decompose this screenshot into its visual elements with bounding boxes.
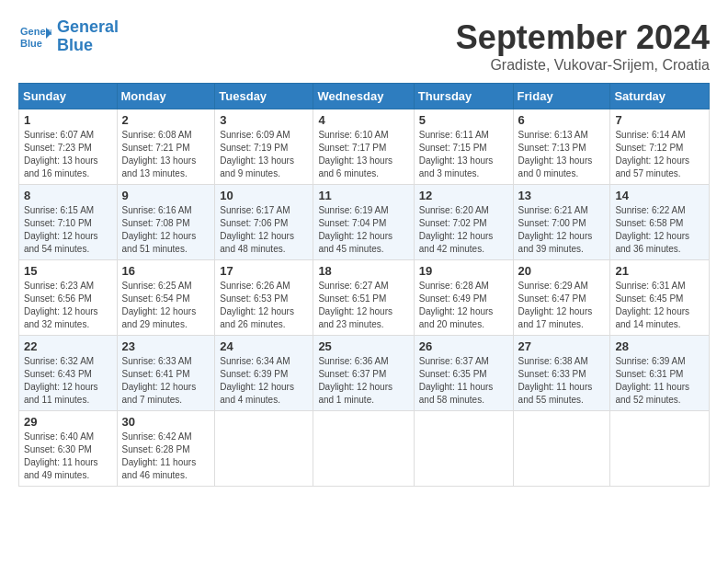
calendar-cell: 28Sunrise: 6:39 AM Sunset: 6:31 PM Dayli…: [610, 336, 710, 411]
day-number: 12: [419, 189, 508, 202]
day-info: Sunrise: 6:32 AM Sunset: 6:43 PM Dayligh…: [24, 355, 112, 407]
calendar-week-row: 15Sunrise: 6:23 AM Sunset: 6:56 PM Dayli…: [19, 260, 710, 336]
day-info: Sunrise: 6:23 AM Sunset: 6:56 PM Dayligh…: [24, 280, 112, 331]
calendar-cell: [313, 411, 414, 487]
calendar-week-row: 1Sunrise: 6:07 AM Sunset: 7:23 PM Daylig…: [19, 109, 710, 185]
day-info: Sunrise: 6:13 AM Sunset: 7:13 PM Dayligh…: [518, 129, 606, 180]
day-info: Sunrise: 6:28 AM Sunset: 6:49 PM Dayligh…: [419, 280, 508, 331]
day-number: 15: [24, 264, 112, 278]
day-number: 28: [615, 339, 704, 353]
day-number: 20: [518, 264, 606, 278]
day-info: Sunrise: 6:17 AM Sunset: 7:06 PM Dayligh…: [220, 204, 308, 256]
day-number: 29: [24, 415, 112, 429]
calendar-cell: 5Sunrise: 6:11 AM Sunset: 7:15 PM Daylig…: [414, 109, 513, 185]
calendar-cell: 13Sunrise: 6:21 AM Sunset: 7:00 PM Dayli…: [513, 185, 610, 260]
day-number: 10: [220, 189, 308, 202]
day-info: Sunrise: 6:15 AM Sunset: 7:10 PM Dayligh…: [24, 204, 112, 256]
weekday-header-sunday: Sunday: [19, 84, 118, 109]
day-info: Sunrise: 6:09 AM Sunset: 7:19 PM Dayligh…: [220, 129, 308, 180]
weekday-header-friday: Friday: [513, 84, 610, 109]
day-info: Sunrise: 6:14 AM Sunset: 7:12 PM Dayligh…: [615, 129, 704, 180]
day-info: Sunrise: 6:16 AM Sunset: 7:08 PM Dayligh…: [122, 204, 210, 256]
day-number: 21: [615, 264, 704, 278]
logo-icon: General Blue: [18, 20, 51, 53]
day-info: Sunrise: 6:27 AM Sunset: 6:51 PM Dayligh…: [318, 280, 408, 331]
title-area: September 2024 Gradiste, Vukovar-Srijem,…: [456, 18, 710, 74]
day-number: 24: [220, 339, 308, 353]
calendar-cell: 17Sunrise: 6:26 AM Sunset: 6:53 PM Dayli…: [215, 260, 313, 336]
page-header: General Blue GeneralBlue September 2024 …: [18, 18, 710, 74]
calendar-cell: 21Sunrise: 6:31 AM Sunset: 6:45 PM Dayli…: [610, 260, 710, 336]
calendar-cell: [610, 411, 710, 487]
calendar-cell: 3Sunrise: 6:09 AM Sunset: 7:19 PM Daylig…: [215, 109, 313, 185]
day-info: Sunrise: 6:08 AM Sunset: 7:21 PM Dayligh…: [122, 129, 210, 180]
calendar-cell: 29Sunrise: 6:40 AM Sunset: 6:30 PM Dayli…: [19, 411, 118, 487]
day-info: Sunrise: 6:19 AM Sunset: 7:04 PM Dayligh…: [318, 204, 408, 256]
day-number: 2: [122, 113, 210, 127]
calendar-cell: 30Sunrise: 6:42 AM Sunset: 6:28 PM Dayli…: [117, 411, 215, 487]
day-info: Sunrise: 6:38 AM Sunset: 6:33 PM Dayligh…: [518, 355, 606, 407]
day-number: 4: [318, 113, 408, 127]
weekday-header-saturday: Saturday: [610, 84, 710, 109]
day-number: 25: [318, 339, 408, 353]
day-number: 3: [220, 113, 308, 127]
day-number: 6: [518, 113, 606, 127]
day-number: 18: [318, 264, 408, 278]
day-info: Sunrise: 6:39 AM Sunset: 6:31 PM Dayligh…: [615, 355, 704, 407]
calendar-cell: 11Sunrise: 6:19 AM Sunset: 7:04 PM Dayli…: [313, 185, 414, 260]
calendar-cell: 25Sunrise: 6:36 AM Sunset: 6:37 PM Dayli…: [313, 336, 414, 411]
calendar-cell: [513, 411, 610, 487]
day-number: 16: [122, 264, 210, 278]
calendar-cell: 18Sunrise: 6:27 AM Sunset: 6:51 PM Dayli…: [313, 260, 414, 336]
day-info: Sunrise: 6:07 AM Sunset: 7:23 PM Dayligh…: [24, 129, 112, 180]
day-info: Sunrise: 6:21 AM Sunset: 7:00 PM Dayligh…: [518, 204, 606, 256]
day-info: Sunrise: 6:31 AM Sunset: 6:45 PM Dayligh…: [615, 280, 704, 331]
calendar-week-row: 8Sunrise: 6:15 AM Sunset: 7:10 PM Daylig…: [19, 185, 710, 260]
day-number: 22: [24, 339, 112, 353]
calendar-cell: 23Sunrise: 6:33 AM Sunset: 6:41 PM Dayli…: [117, 336, 215, 411]
day-number: 27: [518, 339, 606, 353]
calendar-cell: 19Sunrise: 6:28 AM Sunset: 6:49 PM Dayli…: [414, 260, 513, 336]
svg-text:Blue: Blue: [20, 38, 42, 49]
calendar-cell: 24Sunrise: 6:34 AM Sunset: 6:39 PM Dayli…: [215, 336, 313, 411]
calendar-table: SundayMondayTuesdayWednesdayThursdayFrid…: [18, 83, 710, 487]
day-number: 23: [122, 339, 210, 353]
calendar-cell: 15Sunrise: 6:23 AM Sunset: 6:56 PM Dayli…: [19, 260, 118, 336]
day-number: 13: [518, 189, 606, 202]
day-info: Sunrise: 6:33 AM Sunset: 6:41 PM Dayligh…: [122, 355, 210, 407]
calendar-cell: 16Sunrise: 6:25 AM Sunset: 6:54 PM Dayli…: [117, 260, 215, 336]
day-number: 1: [24, 113, 112, 127]
weekday-header-monday: Monday: [117, 84, 215, 109]
day-info: Sunrise: 6:11 AM Sunset: 7:15 PM Dayligh…: [419, 129, 508, 180]
calendar-cell: 6Sunrise: 6:13 AM Sunset: 7:13 PM Daylig…: [513, 109, 610, 185]
calendar-cell: [215, 411, 313, 487]
calendar-week-row: 29Sunrise: 6:40 AM Sunset: 6:30 PM Dayli…: [19, 411, 710, 487]
calendar-cell: [414, 411, 513, 487]
day-info: Sunrise: 6:26 AM Sunset: 6:53 PM Dayligh…: [220, 280, 308, 331]
calendar-cell: 22Sunrise: 6:32 AM Sunset: 6:43 PM Dayli…: [19, 336, 118, 411]
day-info: Sunrise: 6:34 AM Sunset: 6:39 PM Dayligh…: [220, 355, 308, 407]
calendar-cell: 7Sunrise: 6:14 AM Sunset: 7:12 PM Daylig…: [610, 109, 710, 185]
day-number: 11: [318, 189, 408, 202]
calendar-cell: 1Sunrise: 6:07 AM Sunset: 7:23 PM Daylig…: [19, 109, 118, 185]
calendar-cell: 10Sunrise: 6:17 AM Sunset: 7:06 PM Dayli…: [215, 185, 313, 260]
day-info: Sunrise: 6:10 AM Sunset: 7:17 PM Dayligh…: [318, 129, 408, 180]
day-number: 14: [615, 189, 704, 202]
day-number: 17: [220, 264, 308, 278]
day-info: Sunrise: 6:36 AM Sunset: 6:37 PM Dayligh…: [318, 355, 408, 407]
weekday-header-thursday: Thursday: [414, 84, 513, 109]
day-number: 19: [419, 264, 508, 278]
day-number: 5: [419, 113, 508, 127]
weekday-header-wednesday: Wednesday: [313, 84, 414, 109]
calendar-cell: 20Sunrise: 6:29 AM Sunset: 6:47 PM Dayli…: [513, 260, 610, 336]
day-info: Sunrise: 6:37 AM Sunset: 6:35 PM Dayligh…: [419, 355, 508, 407]
calendar-cell: 4Sunrise: 6:10 AM Sunset: 7:17 PM Daylig…: [313, 109, 414, 185]
weekday-header-tuesday: Tuesday: [215, 84, 313, 109]
day-info: Sunrise: 6:40 AM Sunset: 6:30 PM Dayligh…: [24, 431, 112, 482]
weekday-header-row: SundayMondayTuesdayWednesdayThursdayFrid…: [19, 84, 710, 109]
calendar-cell: 9Sunrise: 6:16 AM Sunset: 7:08 PM Daylig…: [117, 185, 215, 260]
day-number: 26: [419, 339, 508, 353]
calendar-cell: 27Sunrise: 6:38 AM Sunset: 6:33 PM Dayli…: [513, 336, 610, 411]
day-info: Sunrise: 6:29 AM Sunset: 6:47 PM Dayligh…: [518, 280, 606, 331]
day-info: Sunrise: 6:22 AM Sunset: 6:58 PM Dayligh…: [615, 204, 704, 256]
